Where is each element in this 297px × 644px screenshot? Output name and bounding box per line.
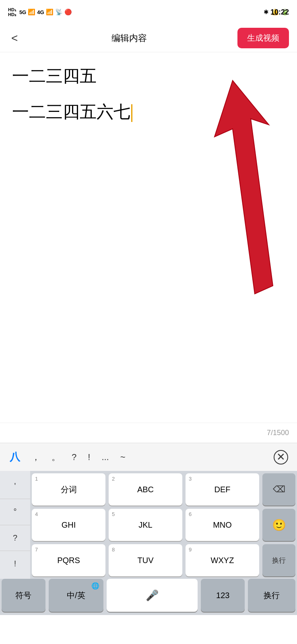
key-num-3: 3 — [189, 476, 192, 482]
signal-4g: 4G — [37, 9, 44, 15]
newline-label: 换行 — [264, 590, 280, 601]
key-label-jkl: JKL — [138, 520, 152, 530]
key-pqrs[interactable]: 7 PQRS — [32, 544, 105, 576]
toolbar-delete-button[interactable]: ✕ — [269, 447, 293, 467]
keyboard-bottom-row: 符号 🌐 中/英 🎤 123 换行 — [0, 579, 297, 615]
toolbar-item-ba[interactable]: 八 — [4, 447, 26, 467]
key-num-4: 4 — [35, 511, 38, 517]
circle-x-icon: ✕ — [274, 450, 288, 464]
toolbar-item-exclaim[interactable]: ! — [82, 449, 96, 466]
word-count: 7/1500 — [267, 429, 289, 437]
status-right: ✱ 🔔 🔋 10:22 — [264, 8, 289, 16]
key-symbol[interactable]: 符号 — [2, 579, 45, 612]
key-backspace[interactable]: ⌫ — [262, 473, 295, 506]
left-key-exclaim[interactable]: ! — [0, 551, 30, 576]
left-key-apostrophe[interactable]: ' — [0, 473, 30, 499]
key-row-2: 4 GHI 5 JKL 6 MNO — [32, 509, 259, 541]
key-label-def: DEF — [214, 485, 231, 494]
keyboard-center: 1 分词 2 ABC 3 DEF 4 GHI 5 — [30, 471, 261, 579]
keyboard-right-strip: ⌫ 🙂 换行 — [261, 471, 297, 579]
num123-label: 123 — [216, 591, 229, 600]
key-newline[interactable]: 换行 — [248, 579, 295, 612]
hd-indicator: HD₁HD₂ — [8, 7, 16, 17]
toolbar-item-tilde[interactable]: ~ — [115, 449, 131, 466]
key-label-pqrs: PQRS — [57, 556, 80, 565]
key-label-mno: MNO — [213, 520, 232, 530]
key-abc[interactable]: 2 ABC — [109, 473, 182, 506]
key-num-9: 9 — [189, 547, 192, 553]
key-def[interactable]: 3 DEF — [186, 473, 259, 506]
key-wxyz[interactable]: 9 WXYZ — [186, 544, 259, 576]
key-label-fenci: 分词 — [61, 484, 77, 495]
key-num-1: 1 — [35, 476, 38, 482]
signal-5g: 5G — [19, 9, 26, 15]
editor-line-2: 一二三四五六七 — [12, 100, 285, 124]
key-label-wxyz: WXYZ — [211, 556, 234, 565]
generate-video-button[interactable]: 生成视频 — [237, 28, 289, 48]
backspace-icon: ⌫ — [273, 484, 285, 495]
toolbar-row: 八 ， 。 ? ! ... ~ ✕ — [0, 443, 297, 471]
editor-area[interactable]: 一二三四五 一二三四五六七 — [0, 52, 297, 423]
key-newline-right[interactable]: 换行 — [262, 544, 295, 576]
key-space[interactable]: 🎤 — [107, 579, 198, 612]
key-jkl[interactable]: 5 JKL — [109, 509, 182, 541]
editor-line-1: 一二三四五 — [12, 64, 285, 88]
key-mno[interactable]: 6 MNO — [186, 509, 259, 541]
toolbar-item-question[interactable]: ? — [66, 449, 82, 466]
key-lang[interactable]: 🌐 中/英 — [49, 579, 103, 612]
status-time: 10:22 — [270, 8, 289, 17]
back-button[interactable]: < — [8, 29, 21, 48]
wifi-icon: 📡 — [55, 8, 63, 16]
sim-icon: 🔴 — [64, 8, 72, 16]
lang-label: 中/英 — [67, 590, 85, 601]
left-key-question[interactable]: ? — [0, 525, 30, 551]
key-ghi[interactable]: 4 GHI — [32, 509, 105, 541]
key-num-8: 8 — [112, 547, 115, 553]
key-num123[interactable]: 123 — [201, 579, 245, 612]
bluetooth-icon: ✱ — [264, 8, 269, 16]
keyboard: ' ° ? ! 1 分词 2 ABC 3 DEF — [0, 471, 297, 615]
toolbar-item-period[interactable]: 。 — [46, 448, 66, 466]
symbol-label: 符号 — [15, 590, 31, 601]
microphone-icon: 🎤 — [146, 589, 159, 602]
key-tuv[interactable]: 8 TUV — [109, 544, 182, 576]
signal-bars-1: 📶 — [28, 8, 35, 16]
keyboard-left-strip: ' ° ? ! — [0, 471, 30, 579]
text-cursor — [131, 104, 132, 122]
key-num-7: 7 — [35, 547, 38, 553]
status-left: HD₁HD₂ 5G 📶 4G 📶 📡 🔴 — [8, 7, 72, 17]
signal-bars-2: 📶 — [46, 8, 54, 16]
page-title: 编辑内容 — [111, 32, 147, 44]
globe-icon: 🌐 — [91, 582, 99, 590]
key-row-3: 7 PQRS 8 TUV 9 WXYZ — [32, 544, 259, 576]
newline-label-right: 换行 — [272, 556, 286, 565]
key-label-tuv: TUV — [138, 556, 154, 565]
emoji-icon: 🙂 — [272, 518, 286, 532]
word-count-bar: 7/1500 — [0, 423, 297, 443]
status-bar: HD₁HD₂ 5G 📶 4G 📶 📡 🔴 ✱ 🔔 🔋 10:22 — [0, 0, 297, 24]
key-num-6: 6 — [189, 511, 192, 517]
nav-bar: < 编辑内容 生成视频 — [0, 24, 297, 52]
key-num-2: 2 — [112, 476, 115, 482]
keyboard-main-area: ' ° ? ! 1 分词 2 ABC 3 DEF — [0, 471, 297, 579]
left-key-degree[interactable]: ° — [0, 499, 30, 525]
key-emoji[interactable]: 🙂 — [262, 509, 295, 541]
toolbar-item-comma[interactable]: ， — [26, 448, 46, 466]
key-row-1: 1 分词 2 ABC 3 DEF — [32, 473, 259, 506]
key-label-abc: ABC — [137, 485, 154, 494]
toolbar-item-ellipsis[interactable]: ... — [96, 449, 114, 466]
key-fenci[interactable]: 1 分词 — [32, 473, 105, 506]
key-num-5: 5 — [112, 511, 115, 517]
key-label-ghi: GHI — [62, 520, 76, 530]
